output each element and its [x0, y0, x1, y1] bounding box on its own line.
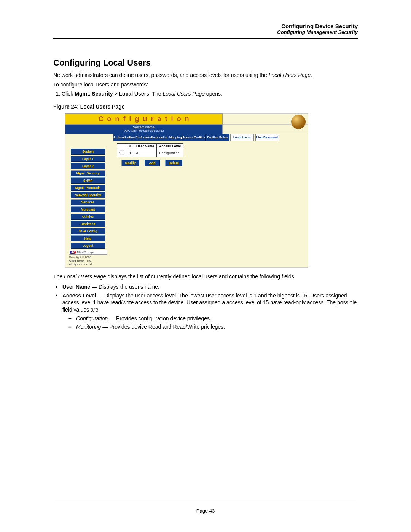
globe-icon — [291, 115, 306, 129]
row-select-radio[interactable] — [119, 150, 124, 155]
modify-button[interactable]: Modify — [121, 160, 139, 166]
sidebar-item-statistics[interactable]: Statistics — [71, 221, 105, 227]
figure-caption: Figure 24: Local Users Page — [53, 104, 358, 110]
brand-logo: AVAllied Telesyn — [69, 250, 107, 255]
sidebar-item-logout[interactable]: Logout — [71, 243, 105, 249]
tab-auth-profiles[interactable]: Authentication Profiles — [113, 134, 147, 141]
row-number: 1 — [127, 149, 134, 157]
col-access-level: Access Level — [157, 144, 183, 149]
add-button[interactable]: Add — [145, 160, 160, 166]
delete-button[interactable]: Delete — [165, 160, 182, 166]
sidebar-item-snmp[interactable]: SNMP — [71, 177, 105, 184]
figure-local-users-page: Configuration System Name MAC Addr: 00:0… — [65, 113, 308, 268]
sidebar-nav: System Layer 1 Layer 2 Mgmt. Security SN… — [65, 134, 111, 267]
system-info-bar: System Name MAC Addr: 00:00:b0:01:22:33 — [65, 125, 223, 134]
tab-local-users[interactable]: Local Users — [230, 134, 254, 141]
intro-paragraph: Network administrators can define users,… — [53, 72, 358, 79]
table-row: 1 a Configuration — [117, 149, 183, 157]
tab-profiles-rules[interactable]: Profiles Rules — [206, 134, 229, 141]
sidebar-item-network-security[interactable]: Network Security — [71, 192, 105, 198]
tab-auth-mapping[interactable]: Authentication Mapping — [147, 134, 182, 141]
config-title-bar: Configuration — [65, 113, 223, 125]
to-configure-line: To configure local users and passwords: — [53, 81, 358, 88]
after-figure-paragraph: The Local Users Page displays the list o… — [53, 273, 358, 280]
page-footer: Page 43 — [53, 500, 358, 514]
copyright-line3: All rights reserved. — [69, 262, 107, 266]
local-users-table: # User Name Access Level 1 a Configurati… — [117, 143, 183, 157]
copyright-line1: Copyright © 2006 — [69, 256, 107, 259]
sidebar-item-utilities[interactable]: Utilities — [71, 214, 105, 220]
tab-bar: Authentication Profiles Authentication M… — [113, 134, 306, 141]
col-username: User Name — [134, 144, 157, 149]
col-number: # — [127, 144, 134, 149]
divider — [53, 38, 358, 39]
row-access-level: Configuration — [157, 149, 183, 157]
sidebar-item-save-config[interactable]: Save Config — [71, 228, 105, 234]
tab-access-profiles[interactable]: Access Profiles — [182, 134, 206, 141]
sidebar-item-mgmt-protocols[interactable]: Mgmt. Protocols — [71, 185, 105, 191]
sidebar-item-mgmt-security[interactable]: Mgmt. Security — [71, 170, 105, 176]
step-1: Click Mgmt. Security > Local Users. The … — [62, 91, 358, 97]
sidebar-item-help[interactable]: Help — [71, 235, 105, 241]
page-heading: Configuring Local Users — [53, 58, 358, 68]
col-select — [117, 144, 127, 149]
header-subtitle: Configuring Management Security — [53, 29, 358, 35]
sidebar-item-layer1[interactable]: Layer 1 — [71, 156, 105, 162]
sidebar-item-layer2[interactable]: Layer 2 — [71, 163, 105, 169]
copyright-line2: Allied Telesyn Inc. — [69, 259, 107, 262]
header-title: Configuring Device Security — [53, 23, 358, 29]
tab-line-password[interactable]: Line Password — [255, 134, 279, 141]
row-username: a — [134, 149, 157, 157]
sidebar-item-services[interactable]: Services — [71, 199, 105, 205]
value-configuration: Configuration — Provides configuration d… — [67, 315, 358, 322]
field-access-level: Access Level — Displays the user access … — [53, 292, 358, 331]
sidebar-item-multicast[interactable]: Multicast — [71, 206, 105, 212]
value-monitoring: Monitoring — Provides device Read and Re… — [67, 323, 358, 331]
sidebar-item-system[interactable]: System — [71, 149, 105, 155]
page-number: Page 43 — [196, 508, 215, 514]
field-username: User Name — Displays the user's name. — [53, 283, 358, 291]
